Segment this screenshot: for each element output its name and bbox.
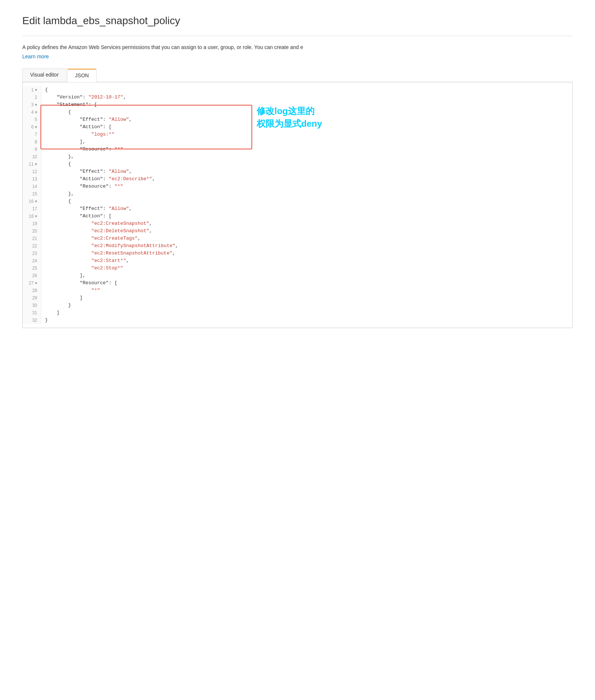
line-num-21: 21 (26, 235, 37, 242)
code-line-17: "Effect": "Allow", (45, 205, 572, 213)
line-num-8: 8 (26, 138, 37, 146)
code-line-31: ] (45, 309, 572, 317)
code-line-26: ], (45, 272, 572, 279)
line-num-26: 26 (26, 272, 37, 279)
line-num-20: 20 (26, 227, 37, 235)
line-num-11: 11 ▾ (26, 161, 37, 168)
code-line-13: "Action": "ec2:Describe*", (45, 175, 572, 183)
line-numbers: 1 ▾ 2 3 ▾ 4 ▾ 5 6 ▾ 7 8 9 10 11 ▾ 12 13 … (23, 86, 41, 324)
line-num-32: 32 (26, 317, 37, 324)
line-num-3: 3 ▾ (26, 101, 37, 108)
line-num-17: 17 (26, 205, 37, 213)
line-num-19: 19 (26, 220, 37, 227)
code-line-10: }, (45, 153, 572, 161)
code-line-19: "ec2:CreateSnapshot", (45, 220, 572, 227)
line-num-15: 15 (26, 190, 37, 198)
line-num-29: 29 (26, 294, 37, 302)
chinese-annotation: 修改log这里的 权限为显式deny (257, 105, 322, 130)
line-num-16: 16 ▾ (26, 198, 37, 205)
tab-json[interactable]: JSON (67, 69, 97, 82)
code-line-25: "ec2:Stop*" (45, 265, 572, 272)
divider (22, 36, 573, 36)
code-line-21: "ec2:CreateTags", (45, 235, 572, 242)
line-num-4: 4 ▾ (26, 108, 37, 116)
code-line-23: "ec2:ResetSnapshotAttribute", (45, 250, 572, 257)
tab-visual-editor[interactable]: Visual editor (22, 68, 66, 82)
line-num-12: 12 (26, 168, 37, 175)
code-line-27: "Resource": [ (45, 279, 572, 287)
line-num-31: 31 (26, 309, 37, 317)
page-container: Edit lambda_ebs_snapshot_policy A policy… (0, 0, 595, 350)
line-num-30: 30 (26, 302, 37, 309)
code-line-24: "ec2:Start*", (45, 257, 572, 265)
code-line-29: ] (45, 294, 572, 302)
learn-more-link[interactable]: Learn more (22, 54, 49, 59)
code-line-16: { (45, 198, 572, 205)
line-num-22: 22 (26, 242, 37, 250)
code-line-12: "Effect": "Allow", (45, 168, 572, 175)
code-line-15: }, (45, 190, 572, 198)
line-num-7: 7 (26, 131, 37, 138)
code-line-28: "*" (45, 287, 572, 294)
code-line-22: "ec2:ModifySnapshotAttribute", (45, 242, 572, 250)
line-num-1: 1 ▾ (26, 86, 37, 94)
line-num-2: 2 (26, 94, 37, 101)
code-line-11: { (45, 161, 572, 168)
code-line-30: } (45, 302, 572, 309)
code-line-8: ], (45, 138, 572, 146)
line-num-25: 25 (26, 265, 37, 272)
line-num-24: 24 (26, 257, 37, 265)
code-editor[interactable]: 修改log这里的 权限为显式deny 1 ▾ 2 3 ▾ 4 ▾ 5 6 ▾ 7… (23, 82, 572, 328)
code-line-20: "ec2:DeleteSnapshot", (45, 227, 572, 235)
tabs-container: Visual editor JSON (22, 68, 573, 82)
line-num-23: 23 (26, 250, 37, 257)
code-line-7: "logs:*" (45, 131, 572, 138)
line-num-18: 18 ▾ (26, 213, 37, 220)
line-num-13: 13 (26, 175, 37, 183)
line-num-9: 9 (26, 146, 37, 153)
page-title: Edit lambda_ebs_snapshot_policy (22, 15, 573, 27)
line-num-5: 5 (26, 116, 37, 123)
line-num-10: 10 (26, 153, 37, 161)
code-line-1: { (45, 86, 572, 94)
line-num-14: 14 (26, 183, 37, 190)
code-line-18: "Action": [ (45, 213, 572, 220)
code-line-14: "Resource": "*" (45, 183, 572, 190)
line-num-6: 6 ▾ (26, 123, 37, 131)
code-line-9: "Resource": "*" (45, 146, 572, 153)
line-num-28: 28 (26, 287, 37, 294)
code-line-32: } (45, 317, 572, 324)
editor-wrapper: 修改log这里的 权限为显式deny 1 ▾ 2 3 ▾ 4 ▾ 5 6 ▾ 7… (22, 82, 573, 328)
line-num-27: 27 ▾ (26, 279, 37, 287)
code-line-2: "Version": "2012-10-17", (45, 94, 572, 101)
description: A policy defines the Amazon Web Services… (22, 43, 573, 51)
